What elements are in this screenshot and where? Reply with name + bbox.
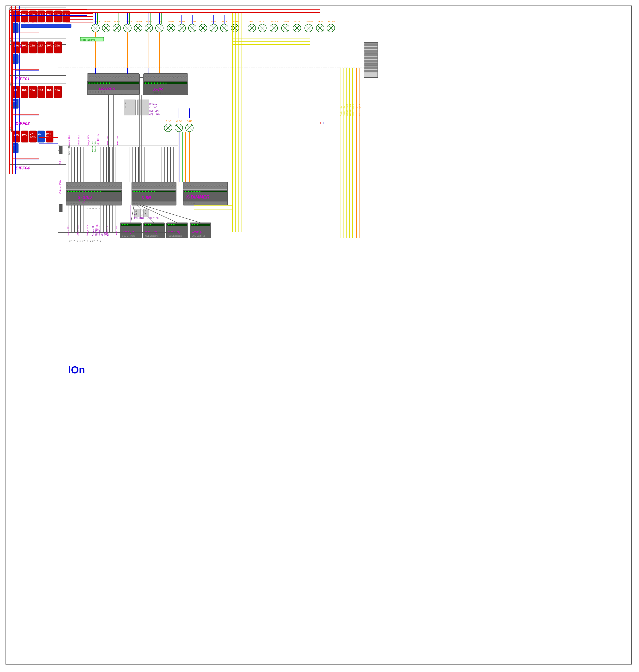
svg-text:Gd3C: Gd3C bbox=[176, 120, 182, 122]
svg-point-365 bbox=[145, 185, 146, 187]
svg-point-318 bbox=[88, 185, 89, 187]
svg-rect-603 bbox=[60, 204, 62, 212]
svg-point-417 bbox=[197, 191, 198, 192]
svg-point-326 bbox=[111, 185, 112, 187]
svg-point-244 bbox=[157, 82, 158, 84]
svg-text:○: ○ bbox=[10, 5, 12, 8]
svg-point-327 bbox=[114, 185, 115, 187]
svg-text:Garage 110a: Garage 110a bbox=[83, 190, 86, 203]
svg-point-347 bbox=[67, 203, 69, 204]
svg-point-393 bbox=[145, 203, 146, 204]
svg-text:GdB5A: GdB5A bbox=[136, 20, 143, 23]
svg-point-219 bbox=[104, 91, 105, 93]
svg-rect-643 bbox=[364, 44, 377, 46]
svg-rect-602 bbox=[60, 146, 62, 154]
svg-text:Sdb HOC 11c: Sdb HOC 11c bbox=[97, 134, 99, 146]
svg-point-236 bbox=[183, 77, 184, 78]
svg-point-233 bbox=[175, 77, 176, 78]
svg-text:20A: 20A bbox=[55, 44, 60, 47]
svg-text:63A: 63A bbox=[13, 25, 16, 27]
svg-rect-37 bbox=[21, 42, 28, 53]
svg-point-247 bbox=[166, 82, 167, 84]
svg-point-316 bbox=[82, 185, 83, 187]
svg-text:12VDC: 12VDC bbox=[30, 136, 36, 138]
svg-point-223 bbox=[147, 77, 149, 78]
svg-text:↓7: ↓7 bbox=[69, 207, 71, 209]
svg-point-207 bbox=[124, 77, 126, 78]
svg-text:○: ○ bbox=[10, 36, 12, 39]
svg-point-342 bbox=[97, 191, 98, 192]
svg-point-193 bbox=[109, 82, 110, 84]
svg-rect-39 bbox=[29, 42, 36, 53]
svg-point-246 bbox=[162, 82, 164, 84]
svg-text:↓7: ↓7 bbox=[77, 207, 80, 209]
svg-point-195 bbox=[89, 77, 91, 78]
svg-point-379 bbox=[136, 191, 138, 192]
svg-point-438 bbox=[147, 224, 149, 225]
svg-rect-73 bbox=[21, 131, 28, 142]
svg-text:N: N bbox=[10, 129, 12, 131]
svg-point-190 bbox=[100, 82, 101, 84]
svg-rect-25 bbox=[21, 24, 71, 28]
svg-point-371 bbox=[162, 185, 164, 187]
svg-text:Celier 110a: Celier 110a bbox=[115, 226, 118, 236]
svg-text:GCE Electronic: GCE Electronic bbox=[169, 235, 182, 237]
svg-point-429 bbox=[122, 224, 123, 225]
svg-point-323 bbox=[102, 185, 104, 187]
svg-point-348 bbox=[71, 203, 72, 204]
svg-point-454 bbox=[194, 224, 195, 225]
svg-point-406 bbox=[214, 185, 215, 187]
svg-text:5: 5 bbox=[36, 22, 38, 23]
svg-point-403 bbox=[205, 185, 206, 187]
svg-point-225 bbox=[153, 77, 155, 78]
svg-text:↓7: ↓7 bbox=[144, 210, 146, 213]
svg-point-447 bbox=[173, 224, 174, 225]
svg-point-392 bbox=[142, 203, 143, 204]
svg-point-431 bbox=[127, 224, 128, 225]
svg-rect-649 bbox=[364, 63, 377, 66]
svg-point-215 bbox=[92, 91, 94, 93]
svg-point-196 bbox=[92, 77, 94, 78]
svg-point-224 bbox=[150, 77, 152, 78]
svg-point-362 bbox=[136, 185, 138, 187]
svg-rect-428 bbox=[121, 224, 141, 225]
svg-point-230 bbox=[167, 77, 168, 78]
svg-point-319 bbox=[91, 185, 92, 187]
svg-point-354 bbox=[88, 203, 89, 204]
svg-text:↓7: ↓7 bbox=[98, 239, 101, 243]
svg-text:N: N bbox=[10, 40, 12, 42]
svg-text:16A: 16A bbox=[22, 89, 27, 92]
svg-text:X-8R: X-8R bbox=[141, 195, 151, 200]
svg-text:Garage 110a: Garage 110a bbox=[77, 225, 79, 236]
svg-text:↓7: ↓7 bbox=[89, 207, 91, 209]
svg-point-401 bbox=[199, 185, 201, 187]
svg-point-413 bbox=[185, 191, 186, 192]
svg-text:GCE Electronic: GCE Electronic bbox=[145, 235, 158, 237]
svg-text:↓7: ↓7 bbox=[69, 239, 72, 243]
svg-text:MVR: MVR bbox=[46, 132, 51, 135]
svg-point-455 bbox=[197, 224, 198, 225]
svg-text:Gd1B: Gd1B bbox=[259, 20, 264, 23]
svg-text:↓7: ↓7 bbox=[72, 207, 74, 209]
svg-point-423 bbox=[188, 203, 189, 204]
svg-rect-421 bbox=[184, 201, 227, 205]
svg-point-324 bbox=[105, 185, 107, 187]
svg-point-408 bbox=[219, 185, 221, 187]
svg-point-332 bbox=[67, 191, 69, 192]
svg-text:Salon: Salon bbox=[59, 159, 62, 165]
svg-point-422 bbox=[185, 203, 186, 204]
svg-text:63A: 63A bbox=[13, 56, 16, 58]
svg-text:X-THL [4]: X-THL [4] bbox=[191, 231, 204, 234]
svg-point-313 bbox=[73, 185, 75, 187]
svg-rect-388 bbox=[132, 201, 176, 205]
svg-text:DC 110T: DC 110T bbox=[95, 229, 97, 236]
svg-point-217 bbox=[98, 91, 99, 93]
svg-point-399 bbox=[193, 185, 195, 187]
svg-rect-55 bbox=[21, 86, 28, 98]
svg-text:N: N bbox=[10, 84, 12, 87]
svg-point-402 bbox=[202, 185, 204, 187]
svg-text:63A: 63A bbox=[13, 144, 16, 146]
svg-text:Garage 110a: Garage 110a bbox=[87, 135, 90, 146]
svg-point-242 bbox=[151, 82, 152, 84]
svg-point-414 bbox=[188, 191, 189, 192]
